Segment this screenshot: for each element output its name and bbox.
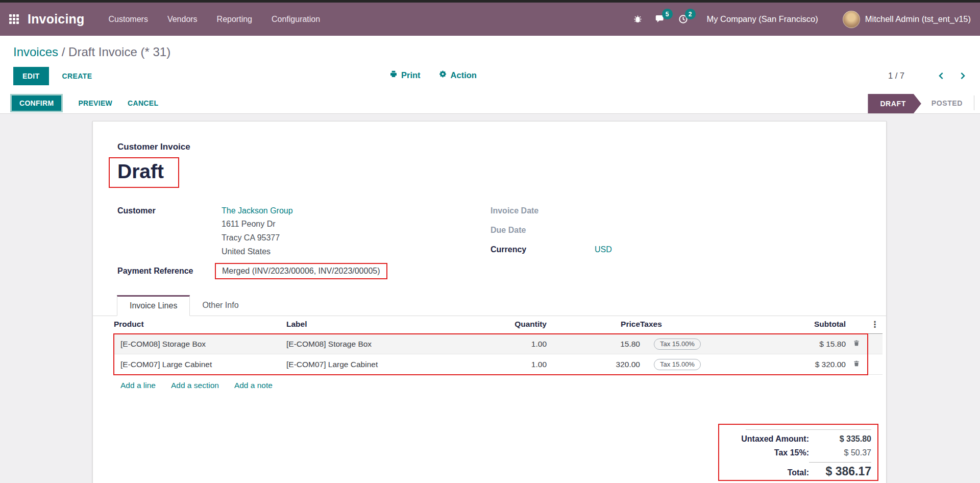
user-name: Mitchell Admin (tst_ent_v15)	[865, 14, 971, 24]
line-quantity: 1.00	[455, 340, 547, 349]
col-product: Product	[114, 317, 286, 333]
preview-button[interactable]: PREVIEW	[78, 99, 112, 107]
customer-label: Customer	[117, 206, 222, 215]
breadcrumb-separator: /	[62, 45, 65, 59]
customer-address: 1611 Peony Dr Tracy CA 95377 United Stat…	[222, 217, 491, 258]
line-product: [E-COM07] Large Cabinet	[114, 360, 286, 369]
payment-reference-annotation-box: Merged (INV/2023/00006, INV/2023/00005)	[215, 263, 387, 279]
col-label: Label	[286, 317, 455, 333]
lines-header-row: Product Label Quantity Price Taxes Subto…	[114, 316, 883, 334]
col-subtotal: Subtotal	[747, 317, 846, 333]
line-price: 320.00	[547, 360, 640, 369]
breadcrumb-invoices-link[interactable]: Invoices	[13, 45, 58, 59]
invoice-date-label: Invoice Date	[491, 206, 595, 215]
status-divider	[974, 95, 980, 110]
activities-badge: 2	[685, 9, 696, 19]
add-a-section-link[interactable]: Add a section	[171, 381, 219, 390]
tab-other-info[interactable]: Other Info	[190, 295, 251, 316]
pager-next-icon[interactable]	[958, 71, 967, 80]
delete-line-icon[interactable]	[846, 360, 867, 369]
col-taxes: Taxes	[640, 317, 747, 333]
tax-value: $ 50.37	[809, 448, 871, 457]
confirm-button[interactable]: CONFIRM	[10, 94, 63, 112]
untaxed-amount-label: Untaxed Amount:	[741, 434, 809, 444]
totals-divider	[746, 429, 871, 430]
user-menu[interactable]: Mitchell Admin (tst_ent_v15)	[843, 11, 971, 28]
add-a-line-link[interactable]: Add a line	[120, 381, 156, 390]
invoice-state-title: Draft	[117, 160, 164, 183]
pager-count: 1 / 7	[888, 71, 904, 81]
col-quantity: Quantity	[455, 317, 547, 333]
notebook-tabs: Invoice Lines Other Info	[93, 295, 886, 316]
payment-reference-label: Payment Reference	[117, 267, 222, 276]
printer-icon	[389, 70, 398, 80]
debug-icon[interactable]	[633, 14, 643, 24]
add-a-note-link[interactable]: Add a note	[234, 381, 273, 390]
company-switcher[interactable]: My Company (San Francisco)	[707, 14, 818, 24]
line-price: 15.80	[547, 340, 640, 349]
currency-link[interactable]: USD	[595, 245, 612, 254]
tax-label: Tax 15%:	[774, 448, 809, 457]
due-date-label: Due Date	[491, 226, 595, 235]
totals-annotation-box: Untaxed Amount: $ 335.80 Tax 15%: $ 50.3…	[718, 424, 878, 481]
invoice-line-row-1[interactable]: [E-COM08] Storage Box [E-COM08] Storage …	[114, 334, 883, 354]
tax-tag: Tax 15.00%	[654, 359, 701, 370]
menu-customers[interactable]: Customers	[99, 3, 158, 36]
create-button[interactable]: CREATE	[62, 72, 92, 80]
messages-badge: 5	[662, 9, 673, 19]
menu-vendors[interactable]: Vendors	[158, 3, 207, 36]
control-panel: EDIT CREATE Print Action 1 / 7	[0, 61, 980, 92]
line-subtotal: $ 15.80	[747, 340, 846, 349]
invoice-line-row-2[interactable]: [E-COM07] Large Cabinet [E-COM07] Large …	[114, 354, 883, 375]
invoice-type-label: Customer Invoice	[117, 142, 862, 152]
breadcrumb: Invoices / Draft Invoice (* 31)	[0, 36, 980, 61]
gear-icon	[439, 70, 447, 80]
menu-reporting[interactable]: Reporting	[207, 3, 262, 36]
line-quantity: 1.00	[455, 360, 547, 369]
navbar: Invoicing Customers Vendors Reporting Co…	[0, 3, 980, 36]
optional-columns-icon[interactable]: ⋮	[871, 319, 879, 329]
line-product: [E-COM08] Storage Box	[114, 340, 286, 349]
payment-reference-value: Merged (INV/2023/00006, INV/2023/00005)	[222, 267, 380, 275]
delete-line-icon[interactable]	[846, 340, 867, 349]
line-label: [E-COM08] Storage Box	[286, 340, 455, 349]
currency-label: Currency	[491, 245, 595, 254]
breadcrumb-current: Draft Invoice (* 31)	[68, 45, 170, 59]
line-label: [E-COM07] Large Cabinet	[286, 360, 455, 369]
apps-menu-icon[interactable]	[9, 14, 19, 24]
invoice-sheet: Customer Invoice Draft Customer The Jack…	[92, 121, 887, 483]
menu-configuration[interactable]: Configuration	[262, 3, 330, 36]
status-posted[interactable]: POSTED	[921, 92, 974, 113]
statusbar: CONFIRM PREVIEW CANCEL DRAFT POSTED	[0, 92, 980, 114]
status-draft[interactable]: DRAFT	[868, 94, 921, 113]
messages-icon[interactable]: 5	[655, 14, 666, 25]
print-button[interactable]: Print	[389, 70, 421, 80]
tax-tag: Tax 15.00%	[654, 339, 701, 350]
cancel-button[interactable]: CANCEL	[128, 99, 158, 107]
tab-invoice-lines[interactable]: Invoice Lines	[117, 295, 190, 316]
total-value: $ 386.17	[809, 462, 871, 480]
col-price: Price	[547, 317, 640, 333]
user-avatar	[843, 11, 860, 28]
form-view-background: Customer Invoice Draft Customer The Jack…	[0, 114, 980, 483]
line-subtotal: $ 320.00	[747, 360, 846, 369]
total-label: Total:	[788, 468, 809, 477]
action-button[interactable]: Action	[439, 70, 477, 80]
pager-previous-icon[interactable]	[937, 71, 946, 80]
invoice-lines-table: Product Label Quantity Price Taxes Subto…	[114, 316, 883, 390]
draft-annotation-box: Draft	[109, 157, 179, 188]
customer-link[interactable]: The Jackson Group	[222, 206, 293, 215]
edit-button[interactable]: EDIT	[13, 67, 49, 85]
activities-icon[interactable]: 2	[678, 14, 689, 25]
app-name[interactable]: Invoicing	[28, 12, 85, 27]
untaxed-amount-value: $ 335.80	[809, 434, 871, 444]
